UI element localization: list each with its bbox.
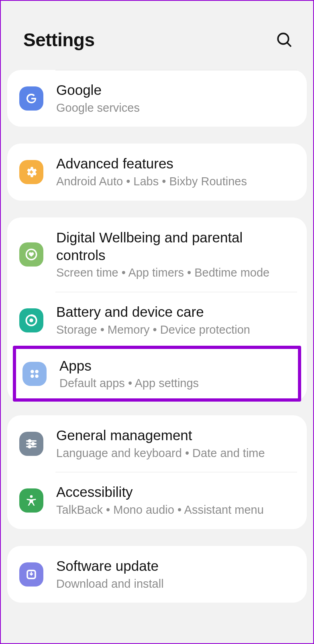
row-title: Accessibility [56,483,295,501]
apps-icon [22,362,47,386]
row-text: Battery and device care Storage • Memory… [56,303,295,337]
battery-device-care-icon [19,308,43,332]
digital-wellbeing-icon [19,242,43,267]
row-title: Apps [59,357,295,375]
row-title: Digital Wellbeing and parental controls [56,229,295,264]
header: Settings [1,1,313,70]
row-title: Advanced features [56,155,295,172]
highlight-apps: Apps Default apps • App settings [13,346,301,402]
row-text: Digital Wellbeing and parental controls … [56,229,295,281]
row-subtitle: Language and keyboard • Date and time [56,446,295,461]
row-subtitle: Storage • Memory • Device protection [56,322,295,338]
google-icon [19,86,43,111]
settings-item-advanced-features[interactable]: Advanced features Android Auto • Labs • … [19,144,295,200]
accessibility-icon [19,488,43,513]
svg-point-8 [35,375,39,378]
row-subtitle: Screen time • App timers • Bedtime mode [56,265,295,281]
settings-group-advanced: Advanced features Android Auto • Labs • … [7,144,307,200]
row-title: Battery and device care [56,303,295,321]
software-update-icon [19,562,43,587]
settings-group-google: Google Google services [7,70,307,127]
settings-item-general-management[interactable]: General management Language and keyboard… [19,415,295,472]
advanced-features-icon [19,160,43,184]
row-title: Software update [56,557,295,575]
row-subtitle: Default apps • App settings [59,376,295,391]
search-button[interactable] [275,31,293,49]
settings-item-accessibility[interactable]: Accessibility TalkBack • Mono audio • As… [19,472,295,529]
svg-point-14 [29,445,31,448]
settings-group-device: Digital Wellbeing and parental controls … [7,217,307,402]
svg-point-15 [30,495,33,498]
row-text: Apps Default apps • App settings [59,357,295,391]
settings-group-general: General management Language and keyboard… [7,415,307,529]
row-text: General management Language and keyboard… [56,427,295,461]
svg-point-13 [32,443,34,445]
settings-item-battery-device-care[interactable]: Battery and device care Storage • Memory… [19,292,295,349]
page-title: Settings [23,29,94,51]
svg-point-5 [31,370,34,373]
row-subtitle: Download and install [56,576,295,592]
row-subtitle: Android Auto • Labs • Bixby Routines [56,174,295,189]
settings-item-software-update[interactable]: Software update Download and install [19,546,295,603]
row-text: Accessibility TalkBack • Mono audio • As… [56,483,295,517]
svg-line-1 [287,43,291,46]
general-management-icon [19,432,43,456]
row-subtitle: Google services [56,100,295,116]
search-icon [276,31,293,48]
settings-item-digital-wellbeing[interactable]: Digital Wellbeing and parental controls … [19,217,295,292]
settings-item-google[interactable]: Google Google services [19,70,295,127]
svg-point-7 [31,375,34,378]
settings-item-apps[interactable]: Apps Default apps • App settings [19,349,295,398]
settings-group-software: Software update Download and install [7,546,307,603]
row-text: Software update Download and install [56,557,295,591]
svg-point-6 [35,370,39,373]
row-title: General management [56,427,295,444]
row-text: Advanced features Android Auto • Labs • … [56,155,295,189]
row-text: Google Google services [56,81,295,115]
svg-point-4 [29,318,33,322]
row-title: Google [56,81,295,99]
row-subtitle: TalkBack • Mono audio • Assistant menu [56,502,295,518]
svg-point-12 [29,440,31,442]
